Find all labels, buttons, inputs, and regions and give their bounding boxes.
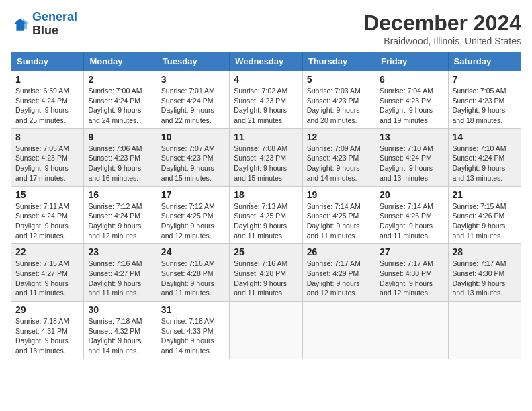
day-number: 23 [88,246,152,257]
sunset-label: Sunset: 4:23 PM [380,97,432,105]
daylight-label: Daylight: 9 hours and 12 minutes. [88,222,141,240]
sunrise-label: Sunrise: 6:59 AM [15,87,69,95]
weekday-header-row: SundayMondayTuesdayWednesdayThursdayFrid… [11,52,521,71]
day-info: Sunrise: 7:15 AM Sunset: 4:27 PM Dayligh… [15,259,79,298]
day-info: Sunrise: 7:09 AM Sunset: 4:23 PM Dayligh… [307,144,371,183]
daylight-label: Daylight: 9 hours and 12 minutes. [307,279,360,298]
sunset-label: Sunset: 4:24 PM [88,97,140,105]
day-number: 2 [88,74,152,85]
daylight-label: Daylight: 9 hours and 13 minutes. [453,279,506,298]
logo: General Blue [11,11,77,38]
daylight-label: Daylight: 9 hours and 11 minutes. [307,222,360,240]
calendar-cell: 18 Sunrise: 7:13 AM Sunset: 4:25 PM Dayl… [230,186,302,244]
calendar-cell: 25 Sunrise: 7:16 AM Sunset: 4:28 PM Dayl… [230,244,302,302]
day-number: 4 [234,74,298,85]
sunrise-label: Sunrise: 7:07 AM [161,144,215,152]
daylight-label: Daylight: 9 hours and 13 minutes. [453,164,506,182]
daylight-label: Daylight: 9 hours and 11 minutes. [380,222,433,240]
calendar-cell: 1 Sunrise: 6:59 AM Sunset: 4:24 PM Dayli… [11,71,84,129]
calendar-week-row: 8 Sunrise: 7:05 AM Sunset: 4:23 PM Dayli… [11,128,521,186]
sunrise-label: Sunrise: 7:09 AM [307,144,361,152]
calendar-cell: 4 Sunrise: 7:02 AM Sunset: 4:23 PM Dayli… [230,71,302,129]
sunset-label: Sunset: 4:30 PM [453,269,505,277]
daylight-label: Daylight: 9 hours and 13 minutes. [380,164,433,182]
day-info: Sunrise: 7:17 AM Sunset: 4:30 PM Dayligh… [380,259,443,298]
logo-icon [11,15,30,34]
calendar-cell: 5 Sunrise: 7:03 AM Sunset: 4:23 PM Dayli… [302,71,375,129]
day-number: 16 [88,189,152,200]
day-number: 3 [161,74,225,85]
calendar: SundayMondayTuesdayWednesdayThursdayFrid… [11,52,521,359]
day-info: Sunrise: 7:18 AM Sunset: 4:32 PM Dayligh… [88,316,152,356]
day-number: 13 [380,132,443,142]
title-block: December 2024 Braidwood, Illinois, Unite… [363,11,521,46]
day-info: Sunrise: 7:10 AM Sunset: 4:24 PM Dayligh… [380,144,443,183]
sunset-label: Sunset: 4:24 PM [453,154,505,162]
sunrise-label: Sunrise: 7:16 AM [161,259,215,267]
day-number: 31 [161,304,225,315]
day-info: Sunrise: 7:10 AM Sunset: 4:24 PM Dayligh… [453,144,517,183]
weekday-header: Wednesday [230,52,302,71]
day-number: 1 [15,74,79,85]
calendar-week-row: 29 Sunrise: 7:18 AM Sunset: 4:31 PM Dayl… [11,302,521,359]
sunrise-label: Sunrise: 7:16 AM [234,259,287,267]
weekday-header: Friday [375,52,448,71]
day-info: Sunrise: 7:15 AM Sunset: 4:26 PM Dayligh… [453,201,517,241]
sunset-label: Sunset: 4:23 PM [88,154,140,162]
calendar-week-row: 15 Sunrise: 7:11 AM Sunset: 4:24 PM Dayl… [11,186,521,244]
day-info: Sunrise: 7:16 AM Sunset: 4:28 PM Dayligh… [161,259,225,298]
sunrise-label: Sunrise: 7:15 AM [15,259,69,267]
sunrise-label: Sunrise: 7:05 AM [15,144,69,152]
calendar-cell: 13 Sunrise: 7:10 AM Sunset: 4:24 PM Dayl… [375,128,448,186]
sunrise-label: Sunrise: 7:10 AM [380,144,433,152]
calendar-cell: 11 Sunrise: 7:08 AM Sunset: 4:23 PM Dayl… [230,128,302,186]
sunrise-label: Sunrise: 7:03 AM [307,87,361,95]
sunrise-label: Sunrise: 7:05 AM [453,87,506,95]
sunrise-label: Sunrise: 7:17 AM [380,259,433,267]
daylight-label: Daylight: 9 hours and 21 minutes. [234,106,287,124]
calendar-cell: 20 Sunrise: 7:14 AM Sunset: 4:26 PM Dayl… [375,186,448,244]
day-info: Sunrise: 7:11 AM Sunset: 4:24 PM Dayligh… [15,201,79,241]
daylight-label: Daylight: 9 hours and 25 minutes. [15,106,69,124]
sunset-label: Sunset: 4:23 PM [307,97,359,105]
calendar-cell: 21 Sunrise: 7:15 AM Sunset: 4:26 PM Dayl… [448,186,521,244]
day-number: 12 [307,132,371,142]
sunset-label: Sunset: 4:24 PM [380,154,432,162]
daylight-label: Daylight: 9 hours and 24 minutes. [88,106,141,124]
sunset-label: Sunset: 4:28 PM [234,269,286,277]
sunset-label: Sunset: 4:29 PM [307,269,359,277]
day-info: Sunrise: 7:13 AM Sunset: 4:25 PM Dayligh… [234,201,298,241]
calendar-cell: 12 Sunrise: 7:09 AM Sunset: 4:23 PM Dayl… [302,128,375,186]
calendar-week-row: 22 Sunrise: 7:15 AM Sunset: 4:27 PM Dayl… [11,244,521,302]
sunset-label: Sunset: 4:24 PM [15,212,68,220]
weekday-header: Tuesday [157,52,229,71]
day-info: Sunrise: 7:12 AM Sunset: 4:24 PM Dayligh… [88,201,152,241]
daylight-label: Daylight: 9 hours and 22 minutes. [161,106,214,124]
day-info: Sunrise: 7:04 AM Sunset: 4:23 PM Dayligh… [380,86,443,126]
sunset-label: Sunset: 4:25 PM [307,212,359,220]
sunset-label: Sunset: 4:23 PM [453,97,505,105]
daylight-label: Daylight: 9 hours and 19 minutes. [380,106,433,124]
sunset-label: Sunset: 4:27 PM [15,269,68,277]
calendar-cell: 10 Sunrise: 7:07 AM Sunset: 4:23 PM Dayl… [157,128,229,186]
sunrise-label: Sunrise: 7:14 AM [307,202,361,210]
sunset-label: Sunset: 4:26 PM [453,212,505,220]
sunrise-label: Sunrise: 7:16 AM [88,259,142,267]
day-number: 18 [234,189,298,200]
day-info: Sunrise: 7:01 AM Sunset: 4:24 PM Dayligh… [161,86,225,126]
calendar-cell: 19 Sunrise: 7:14 AM Sunset: 4:25 PM Dayl… [302,186,375,244]
daylight-label: Daylight: 9 hours and 11 minutes. [234,222,287,240]
calendar-cell: 9 Sunrise: 7:06 AM Sunset: 4:23 PM Dayli… [84,128,157,186]
daylight-label: Daylight: 9 hours and 16 minutes. [88,164,141,182]
calendar-cell [375,302,448,359]
location: Braidwood, Illinois, United States [363,36,521,46]
day-number: 5 [307,74,371,85]
day-info: Sunrise: 6:59 AM Sunset: 4:24 PM Dayligh… [15,86,79,126]
daylight-label: Daylight: 9 hours and 13 minutes. [15,336,69,355]
weekday-header: Saturday [448,52,521,71]
day-info: Sunrise: 7:14 AM Sunset: 4:26 PM Dayligh… [380,201,443,241]
sunset-label: Sunset: 4:30 PM [380,269,432,277]
day-number: 27 [380,246,443,257]
sunrise-label: Sunrise: 7:18 AM [88,317,142,325]
day-info: Sunrise: 7:05 AM Sunset: 4:23 PM Dayligh… [15,144,79,183]
